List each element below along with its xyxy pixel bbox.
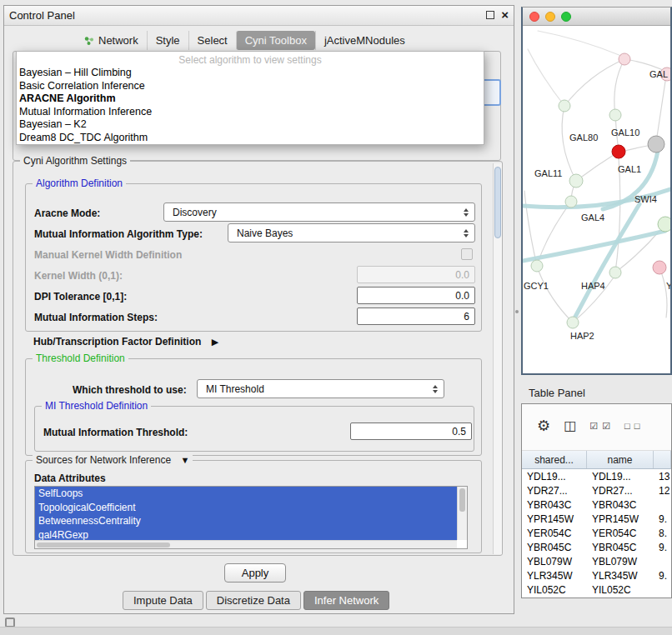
mi-threshold-field[interactable]: 0.5: [350, 422, 472, 440]
tab-style[interactable]: Style: [147, 31, 188, 50]
network-node[interactable]: [531, 260, 543, 272]
table-cell[interactable]: YBR043C: [587, 499, 654, 511]
table-toolbar: ⚙ ◫ ☑ ☑ □ □: [522, 404, 671, 451]
tab-cyni-toolbox[interactable]: Cyni Toolbox: [236, 31, 315, 50]
tab-impute-data[interactable]: Impute Data: [123, 591, 203, 610]
hub-section-toggle[interactable]: Hub/Transcription Factor Definition ▶: [33, 333, 218, 348]
table-cell[interactable]: YLR345W: [522, 570, 587, 582]
network-svg[interactable]: GALGAL80GAL10GAL11GAL1SWI4GAL4GCY1HAP4YH…: [523, 26, 670, 373]
gear-icon[interactable]: ⚙: [537, 418, 550, 434]
table-cell[interactable]: YDR27...: [522, 485, 587, 497]
node-label-gal80: GAL80: [569, 132, 598, 142]
attribute-item-betweennesscentrality[interactable]: BetweennessCentrality: [35, 514, 457, 528]
table-cell[interactable]: YPR145W: [587, 513, 654, 525]
close-icon[interactable]: ×: [501, 10, 509, 20]
table-cell[interactable]: YPR145W: [522, 513, 587, 525]
network-node[interactable]: [559, 100, 570, 112]
network-node[interactable]: [567, 317, 579, 328]
table-cell[interactable]: 8.: [654, 528, 671, 539]
table-cell[interactable]: YDL19...: [522, 471, 587, 482]
algorithm-option-dream8-dc-tdc-algorithm[interactable]: Dream8 DC_TDC Algorithm: [17, 132, 484, 145]
column-header-name[interactable]: name: [587, 451, 654, 468]
table-cell[interactable]: 9.: [654, 542, 671, 553]
network-node[interactable]: [569, 174, 583, 188]
network-node[interactable]: [648, 136, 664, 152]
table-cell[interactable]: YBR045C: [587, 542, 654, 553]
tab-select[interactable]: Select: [188, 31, 236, 50]
network-edge[interactable]: [564, 59, 624, 106]
network-canvas[interactable]: GALGAL80GAL10GAL11GAL1SWI4GAL4GCY1HAP4YH…: [523, 26, 670, 373]
scrollbar-thumb[interactable]: [494, 167, 501, 238]
tab-jactivemnodules[interactable]: jActiveMNodules: [315, 31, 414, 50]
algorithm-option-aracne-algorithm[interactable]: ARACNE Algorithm: [17, 92, 484, 106]
table-cell[interactable]: YBR045C: [522, 542, 587, 553]
network-edge[interactable]: [524, 191, 537, 266]
columns-icon[interactable]: ◫: [564, 418, 576, 434]
which-threshold-select[interactable]: MI Threshold: [197, 379, 444, 398]
network-node[interactable]: [565, 196, 577, 208]
network-node[interactable]: [609, 267, 621, 278]
apply-button[interactable]: Apply: [224, 563, 286, 582]
scrollbar-thumb[interactable]: [459, 488, 465, 512]
table-cell[interactable]: YBL079W: [522, 556, 587, 568]
network-node[interactable]: [658, 217, 670, 232]
network-edge[interactable]: [562, 106, 576, 181]
attribute-item-selfloops[interactable]: SelfLoops: [35, 487, 457, 501]
scrollbar-thumb[interactable]: [37, 542, 170, 548]
network-node[interactable]: [612, 145, 625, 158]
tab-discretize-data[interactable]: Discretize Data: [206, 591, 301, 610]
dpi-tolerance-field[interactable]: 0.0: [357, 287, 475, 304]
network-edge[interactable]: [528, 49, 564, 106]
select-all-icon[interactable]: ☑ ☑: [589, 418, 611, 434]
column-header-2[interactable]: [654, 451, 671, 468]
threshold-group: Threshold Definition Which threshold to …: [25, 358, 482, 456]
close-traffic-light-icon[interactable]: [529, 12, 539, 22]
network-edge[interactable]: [657, 76, 666, 137]
network-edge[interactable]: [659, 268, 667, 318]
mi-steps-field[interactable]: 6: [357, 308, 475, 325]
table-cell[interactable]: YBR043C: [522, 499, 587, 511]
table-cell[interactable]: 9.: [654, 513, 671, 525]
settings-scrollbar[interactable]: [493, 163, 502, 554]
table-cell[interactable]: YBL079W: [587, 556, 654, 568]
manual-kernel-checkbox[interactable]: [461, 248, 473, 260]
tab-network[interactable]: Network: [76, 31, 147, 50]
network-node[interactable]: [619, 53, 630, 65]
network-node[interactable]: [653, 261, 666, 274]
table-cell[interactable]: YIL052C: [587, 584, 654, 596]
attributes-vscrollbar[interactable]: [457, 487, 467, 540]
deselect-all-icon[interactable]: □ □: [624, 418, 640, 434]
network-edge[interactable]: [538, 31, 621, 56]
table-cell[interactable]: YDL19...: [587, 471, 654, 482]
table-cell[interactable]: YER054C: [587, 528, 654, 539]
mi-type-select[interactable]: Naive Bayes: [228, 223, 475, 242]
kernel-width-field: 0.0: [357, 266, 475, 283]
float-window-icon[interactable]: [486, 11, 494, 19]
network-edge[interactable]: [615, 158, 620, 272]
attribute-item-topologicalcoefficient[interactable]: TopologicalCoefficient: [35, 501, 457, 515]
table-cell[interactable]: 9.: [654, 570, 671, 582]
network-node[interactable]: [609, 109, 621, 121]
algorithm-option-mutual-information-inference[interactable]: Mutual Information Inference: [17, 106, 484, 119]
network-edge[interactable]: [614, 59, 624, 115]
table-cell[interactable]: 13: [654, 471, 671, 482]
panel-splitter[interactable]: [515, 310, 519, 313]
tab-infer-network[interactable]: Infer Network: [303, 591, 389, 610]
data-attributes-list[interactable]: SelfLoopsTopologicalCoefficientBetweenne…: [34, 486, 468, 549]
sources-legend-toggle[interactable]: Sources for Network Inference ▼: [33, 454, 193, 467]
table-cell[interactable]: YDR27...: [587, 485, 654, 497]
table-cell[interactable]: YLR345W: [587, 570, 654, 582]
algorithm-option-basic-correlation-inference[interactable]: Basic Correlation Inference: [17, 80, 484, 93]
zoom-traffic-light-icon[interactable]: [561, 12, 571, 22]
column-header-shared[interactable]: shared...: [522, 451, 587, 468]
algorithm-option-bayesian-k2[interactable]: Bayesian – K2: [17, 118, 484, 132]
algorithm-option-bayesian-hill-climbing[interactable]: Bayesian – Hill Climbing: [17, 67, 484, 80]
minimize-traffic-light-icon[interactable]: [545, 12, 555, 22]
network-edge[interactable]: [539, 271, 573, 322]
table-cell[interactable]: YIL052C: [522, 584, 587, 596]
table-cell[interactable]: 12: [654, 485, 671, 497]
aracne-mode-select[interactable]: Discovery: [163, 202, 475, 222]
table-cell[interactable]: YER054C: [522, 528, 587, 539]
attributes-hscrollbar[interactable]: [35, 540, 457, 548]
network-edge[interactable]: [576, 152, 619, 181]
